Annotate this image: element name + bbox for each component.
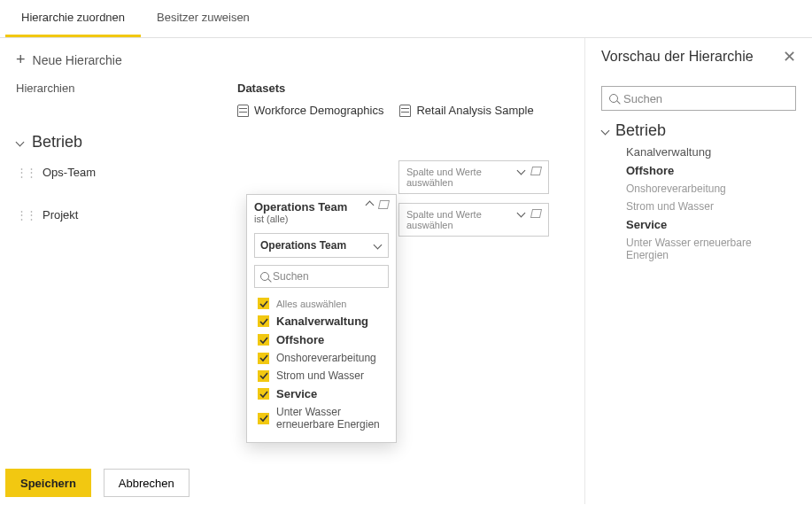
section-toggle-betrieb[interactable]: Betrieb [16, 133, 576, 152]
eraser-icon[interactable] [530, 167, 542, 175]
save-button[interactable]: Speichern [5, 469, 91, 497]
col-header-hierarchies: Hierarchien [16, 82, 237, 95]
empty-slot-label: Spalte und Werte auswählen [406, 167, 517, 188]
checkbox-checked-icon [258, 315, 269, 327]
plus-icon: + [16, 50, 26, 69]
tree-item-offshore[interactable]: Offshore [626, 164, 796, 177]
search-placeholder: Suchen [623, 92, 662, 105]
dataset-icon [399, 105, 411, 117]
chevron-down-icon [374, 241, 383, 250]
chevron-down-icon [16, 138, 25, 147]
preview-title: Vorschau der Hierarchie [601, 49, 754, 65]
preview-search[interactable]: Suchen [601, 86, 796, 111]
checkbox-checked-icon [258, 388, 269, 400]
cancel-button[interactable]: Abbrechen [104, 469, 189, 497]
chevron-down-icon[interactable] [517, 167, 526, 175]
section-title: Betrieb [32, 133, 82, 152]
card-title: Operations Team [254, 200, 347, 214]
slot-empty-1[interactable]: Spalte und Werte auswählen [398, 160, 549, 194]
left-panel: + Neue Hierarchie Hierarchien Datasets W… [0, 38, 584, 504]
checkbox-checked-icon [258, 298, 269, 309]
new-hierarchy-label: Neue Hierarchie [33, 53, 122, 67]
column-select-dropdown[interactable]: Operations Team [254, 233, 389, 258]
tree-node-betrieb[interactable]: Betrieb [601, 121, 796, 140]
option-unterwasser[interactable]: Unter Wasser erneuerbare Energien [254, 403, 389, 433]
search-icon [260, 272, 269, 281]
row-label-projekt: Projekt [43, 208, 78, 221]
tab-assign-owners[interactable]: Besitzer zuweisen [141, 0, 266, 37]
empty-slot-label: Spalte und Werte auswählen [406, 209, 517, 230]
tree-item-onshore[interactable]: Onshoreverarbeitung [626, 183, 796, 195]
chevron-up-icon[interactable] [365, 200, 374, 209]
options-list: Alles auswählen Kanalverwaltung Offshore… [247, 295, 396, 442]
chevron-down-icon [601, 127, 610, 136]
chevron-down-icon[interactable] [517, 209, 526, 218]
row-label-ops: Ops-Team [43, 166, 96, 179]
options-search[interactable]: Suchen [254, 265, 389, 288]
option-service[interactable]: Service [254, 385, 389, 403]
checkbox-checked-icon [258, 370, 269, 382]
drag-handle-icon[interactable]: ⋮⋮ [16, 166, 35, 179]
dataset-icon [237, 105, 249, 117]
col-header-datasets: Datasets [237, 82, 285, 95]
ops-team-card: Operations Team ist (alle) Operations Te… [246, 194, 397, 443]
tab-assign-hierarchy[interactable]: Hierarchie zuordnen [5, 0, 141, 37]
option-onshore[interactable]: Onshoreverarbeitung [254, 349, 389, 367]
tree-item-strom[interactable]: Strom und Wasser [626, 200, 796, 213]
tab-bar: Hierarchie zuordnen Besitzer zuweisen [0, 0, 812, 38]
option-kanalverwaltung[interactable]: Kanalverwaltung [254, 312, 389, 330]
tree-item-service[interactable]: Service [626, 218, 796, 231]
checkbox-checked-icon [258, 413, 269, 424]
eraser-icon[interactable] [530, 209, 542, 218]
checkbox-checked-icon [258, 334, 269, 346]
close-icon[interactable]: ✕ [783, 47, 796, 66]
dataset-label: Retail Analysis Sample [416, 104, 533, 117]
search-placeholder: Suchen [273, 270, 309, 283]
checkbox-checked-icon [258, 353, 269, 364]
option-strom[interactable]: Strom und Wasser [254, 367, 389, 385]
option-select-all[interactable]: Alles auswählen [254, 295, 389, 312]
tree-item-uw[interactable]: Unter Wasser erneuerbare Energien [626, 237, 796, 261]
new-hierarchy-button[interactable]: + Neue Hierarchie [16, 50, 122, 69]
card-subtitle: ist (alle) [254, 214, 347, 224]
eraser-icon[interactable] [378, 200, 390, 209]
slot-empty-2[interactable]: Spalte und Werte auswählen [398, 203, 549, 237]
tree-root-label: Betrieb [615, 121, 666, 140]
preview-panel: Vorschau der Hierarchie ✕ Suchen Betrieb… [584, 38, 812, 504]
dataset-label: Workforce Demographics [254, 104, 383, 117]
search-icon [609, 94, 618, 103]
drag-handle-icon[interactable]: ⋮⋮ [16, 208, 35, 221]
tree-item-kanal[interactable]: Kanalverwaltung [626, 145, 796, 159]
dataset-retail[interactable]: Retail Analysis Sample [399, 104, 533, 117]
dropdown-selected: Operations Team [260, 239, 346, 252]
option-offshore[interactable]: Offshore [254, 330, 389, 349]
dataset-workforce[interactable]: Workforce Demographics [237, 104, 383, 117]
